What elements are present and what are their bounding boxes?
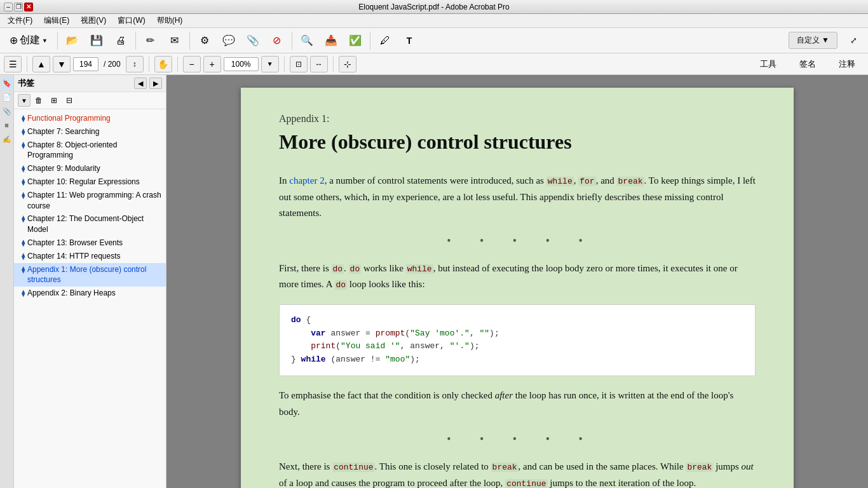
layers-toggle[interactable]: ≡ xyxy=(1,119,13,131)
bookmark-item-ch9[interactable]: ⧫ Chapter 9: Modularity xyxy=(14,162,166,175)
create-button[interactable]: ⊕ 创建 ▼ xyxy=(4,30,53,51)
bookmark-label: Functional Programming xyxy=(27,113,111,124)
menu-file[interactable]: 文件(F) xyxy=(3,14,37,27)
tools-nav-button[interactable]: 工具 xyxy=(751,57,785,72)
bookmark-expand-btn[interactable]: ⊞ xyxy=(47,94,61,107)
menu-edit[interactable]: 编辑(E) xyxy=(39,14,74,27)
bookmark-icon: ⧫ xyxy=(22,238,25,248)
fit-page-button[interactable]: ⊡ xyxy=(290,56,308,72)
bookmark-item-app1[interactable]: ⧫ Appendix 1: More (obscure) control str… xyxy=(14,263,166,287)
customize-button[interactable]: 自定义 ▼ xyxy=(789,32,837,49)
bookmark-collapse-btn[interactable]: ⊟ xyxy=(62,94,76,107)
hand-tool[interactable]: ✋ xyxy=(154,56,172,72)
paragraph-1: In chapter 2, a number of control statem… xyxy=(279,173,756,222)
zoom-in-button[interactable]: + xyxy=(203,56,221,72)
email-button[interactable]: ✉ xyxy=(164,30,186,51)
menu-view[interactable]: 视图(V) xyxy=(76,14,111,27)
nav-sep-3 xyxy=(177,57,178,72)
bookmark-header: 书签 ◀ ▶ xyxy=(14,75,166,92)
bookmark-next-btn[interactable]: ▶ xyxy=(149,78,162,89)
bookmark-label: Chapter 7: Searching xyxy=(27,126,99,137)
pages-toggle[interactable]: 📄 xyxy=(1,92,13,103)
bookmark-icon: ⧫ xyxy=(22,177,25,187)
menu-window[interactable]: 窗口(W) xyxy=(112,14,150,27)
zoom-out-button[interactable]: − xyxy=(183,56,201,72)
bookmark-label: Chapter 10: Regular Expressions xyxy=(27,177,140,187)
pdf-page: Appendix 1: More (obscure) control struc… xyxy=(241,88,794,488)
close-button[interactable]: ✕ xyxy=(24,3,33,11)
text-button[interactable]: T xyxy=(398,30,420,51)
deny-button[interactable]: ⊘ xyxy=(266,30,288,51)
bookmark-icon: ⧫ xyxy=(22,127,25,137)
save-button[interactable]: 💾 xyxy=(86,30,107,51)
zoom-input[interactable] xyxy=(224,57,259,71)
chapter2-link[interactable]: chapter 2 xyxy=(289,175,324,186)
minimize-button[interactable]: – xyxy=(4,3,13,11)
nav-sep-4 xyxy=(284,57,285,72)
nav-sep-2 xyxy=(149,57,149,72)
edit-button[interactable]: ✏ xyxy=(140,30,161,51)
bookmark-icon: ⧫ xyxy=(22,265,25,274)
bookmarks-toggle[interactable]: 🔖 xyxy=(1,78,13,89)
bookmark-item-ch13[interactable]: ⧫ Chapter 13: Browser Events xyxy=(14,236,166,250)
menu-bar: 文件(F) 编辑(E) 视图(V) 窗口(W) 帮助(H) xyxy=(0,14,868,28)
comment-button[interactable]: 💬 xyxy=(218,30,240,51)
tools-button[interactable]: ⚙ xyxy=(194,30,215,51)
nav-sep-5 xyxy=(333,57,334,72)
nav-panel-toggle[interactable]: ☰ xyxy=(4,56,22,72)
window-controls[interactable]: – ❐ ✕ xyxy=(4,3,33,11)
prev-page-button[interactable]: ▲ xyxy=(32,56,50,72)
paragraph-2: First, there is do. do works like while,… xyxy=(279,261,756,293)
dots-divider-2: • • • • • xyxy=(279,433,756,446)
bookmark-item-ch14[interactable]: ⧫ Chapter 14: HTTP requests xyxy=(14,250,166,263)
fit-width-button[interactable]: ↔ xyxy=(310,56,328,72)
bookmark-item-ch7[interactable]: ⧫ Chapter 7: Searching xyxy=(14,125,166,139)
code-block-1: do { var answer = prompt("Say 'moo'.", "… xyxy=(279,304,756,376)
cursor-tool[interactable]: ⊹ xyxy=(339,56,356,72)
comment-nav-button[interactable]: 注释 xyxy=(830,57,864,72)
bookmark-label: Chapter 8: Object-oriented Programming xyxy=(27,140,162,161)
bookmark-item-ch10[interactable]: ⧫ Chapter 10: Regular Expressions xyxy=(14,175,166,189)
bookmark-label: Chapter 9: Modularity xyxy=(27,163,100,174)
next-page-button[interactable]: ▼ xyxy=(53,56,71,72)
maximize-button[interactable]: ❐ xyxy=(14,3,23,11)
bookmark-menu-dropdown[interactable]: ▼ xyxy=(18,94,31,107)
bookmark-item-functional[interactable]: ⧫ Functional Programming xyxy=(14,112,166,125)
attach-button[interactable]: 📎 xyxy=(242,30,264,51)
signatures-toggle[interactable]: ✍ xyxy=(1,133,13,145)
toolbar-separator-1 xyxy=(57,32,58,50)
bookmark-item-ch8[interactable]: ⧫ Chapter 8: Object-oriented Programming xyxy=(14,139,166,163)
select-tool[interactable]: ↕ xyxy=(126,56,144,72)
appendix-label: Appendix 1: xyxy=(279,113,756,125)
bookmark-icon: ⧫ xyxy=(22,214,25,224)
bookmark-list: ⧫ Functional Programming ⧫ Chapter 7: Se… xyxy=(14,109,166,488)
nav-toolbar: ☰ ▲ ▼ / 200 ↕ ✋ − + ▼ ⊡ ↔ ⊹ 工具 签名 注释 xyxy=(0,53,868,75)
zoom-dropdown[interactable]: ▼ xyxy=(261,56,279,72)
page-number-input[interactable] xyxy=(73,57,98,71)
nav-sep-1 xyxy=(27,57,27,72)
bookmark-prev-btn[interactable]: ◀ xyxy=(134,78,147,89)
bookmark-item-ch11[interactable]: ⧫ Chapter 11: Web programming: A crash c… xyxy=(14,189,166,213)
download-button[interactable]: 📥 xyxy=(320,30,342,51)
create-dropdown-icon: ▼ xyxy=(42,37,48,44)
search-button[interactable]: 🔍 xyxy=(296,30,318,51)
print-button[interactable]: 🖨 xyxy=(110,30,132,51)
pdf-area[interactable]: Appendix 1: More (obscure) control struc… xyxy=(166,75,868,488)
bookmark-label: Chapter 13: Browser Events xyxy=(27,238,123,248)
menu-help[interactable]: 帮助(H) xyxy=(152,14,188,27)
bookmark-label: Chapter 14: HTTP requests xyxy=(27,251,121,262)
toolbar-separator-5 xyxy=(370,32,370,50)
sign-nav-button[interactable]: 签名 xyxy=(790,57,825,72)
bookmark-delete-btn[interactable]: 🗑 xyxy=(32,94,46,107)
expand-button[interactable]: ⤢ xyxy=(843,30,864,51)
bookmark-item-ch12[interactable]: ⧫ Chapter 12: The Document-Object Model xyxy=(14,212,166,236)
bookmark-panel: 书签 ◀ ▶ ▼ 🗑 ⊞ ⊟ ⧫ Functional Programming … xyxy=(14,75,166,488)
page-title: More (obscure) control structures xyxy=(279,130,756,154)
bookmark-label: Appendix 1: More (obscure) control struc… xyxy=(27,264,162,286)
sign-button[interactable]: 🖊 xyxy=(374,30,396,51)
open-button[interactable]: 📂 xyxy=(62,30,83,51)
bookmark-panel-title: 书签 xyxy=(18,78,132,89)
check-button[interactable]: ✅ xyxy=(344,30,366,51)
attachments-toggle[interactable]: 📎 xyxy=(1,105,13,117)
bookmark-item-app2[interactable]: ⧫ Appendix 2: Binary Heaps xyxy=(14,287,166,300)
